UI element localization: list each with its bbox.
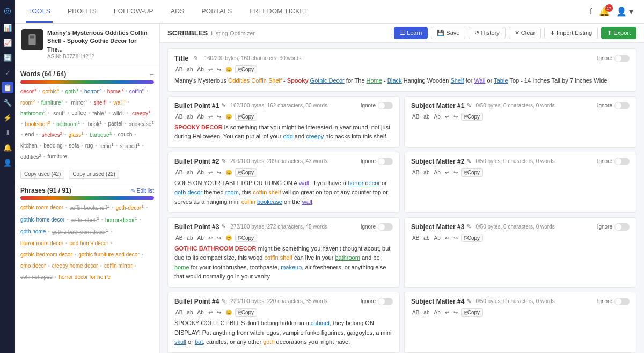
s3-undo[interactable]: ↩ [444, 234, 450, 241]
b3-undo[interactable]: ↩ [207, 234, 214, 241]
word-table[interactable]: table1 [92, 109, 106, 118]
clear-btn[interactable]: ✕ Clear [509, 27, 541, 39]
word-furniture[interactable]: furniture1 [41, 98, 63, 107]
subject-4-toggle[interactable] [614, 298, 630, 305]
sidebar-icon-dashboard[interactable]: 📊 [2, 21, 13, 33]
sidebar-icon-tools[interactable]: 🔧 [2, 97, 13, 108]
b1-ab[interactable]: AB [174, 113, 184, 120]
title-undo-btn[interactable]: ↩ [207, 66, 214, 73]
b2-bold[interactable]: Ab [196, 169, 204, 176]
subject-2-edit[interactable]: ✎ [466, 158, 471, 165]
phrase-gothic-home-decor[interactable]: gothic home decor [20, 215, 64, 225]
bullet-1-toggle[interactable] [378, 102, 393, 109]
word-decor[interactable]: decor8 [20, 87, 36, 96]
subject-3-toggle[interactable] [614, 223, 630, 231]
s2-ab2[interactable]: ab [422, 169, 430, 176]
word-shelves[interactable]: shelves2 [42, 130, 62, 139]
word-bookshelf[interactable]: bookshelf2 [25, 120, 50, 129]
s1-redo[interactable]: ↪ [452, 113, 459, 120]
sidebar-icon-user[interactable]: 👤 [2, 157, 13, 168]
phrase-goth-home[interactable]: goth home [20, 227, 46, 237]
b2-ab2[interactable]: ab [186, 169, 194, 176]
s3-ab[interactable]: AB [411, 234, 420, 241]
export-btn[interactable]: ⬆ Export [601, 27, 636, 39]
title-toggle-switch[interactable] [614, 55, 630, 62]
s1-undo[interactable]: ↩ [444, 113, 450, 120]
sidebar-icon-import[interactable]: ⬇ [2, 127, 13, 138]
save-btn[interactable]: 💾 Save [431, 27, 465, 39]
title-copy-btn[interactable]: ⎘Copy [235, 65, 257, 73]
b2-ab[interactable]: AB [174, 169, 184, 176]
tab-profits[interactable]: PROFITS [65, 1, 99, 23]
subject-4-text[interactable] [411, 319, 630, 335]
sidebar-icon-ads[interactable]: ⚡ [2, 112, 13, 123]
s3-redo[interactable]: ↪ [452, 234, 459, 241]
bullet-4-toggle[interactable] [378, 298, 393, 305]
word-oddities[interactable]: oddities2 [20, 152, 41, 161]
s1-copy-btn[interactable]: ⎘Copy [461, 113, 483, 121]
b4-redo[interactable]: ↪ [216, 309, 222, 316]
bullet-2-toggle[interactable] [378, 158, 393, 165]
s4-undo[interactable]: ↩ [444, 309, 450, 316]
b4-bold[interactable]: Ab [196, 309, 204, 316]
word-glass[interactable]: glass1 [69, 130, 84, 139]
s1-ab[interactable]: AB [411, 113, 420, 120]
b4-emoji[interactable]: 😊 [224, 309, 233, 316]
word-sofa[interactable]: sofa [69, 142, 79, 151]
b2-undo[interactable]: ↩ [207, 169, 214, 176]
word-coffee[interactable]: coffee [72, 109, 86, 118]
b1-undo[interactable]: ↩ [207, 113, 214, 120]
words-minimize[interactable]: − [150, 70, 154, 78]
bullet-3-edit[interactable]: ✎ [221, 223, 226, 230]
word-soul[interactable]: soul1 [53, 109, 65, 118]
s4-ab2[interactable]: ab [422, 309, 430, 316]
b3-ab[interactable]: AB [174, 234, 184, 241]
s4-redo[interactable]: ↪ [452, 309, 459, 316]
word-end[interactable]: end [25, 130, 34, 139]
word-furniture2[interactable]: furniture [47, 152, 67, 161]
history-btn[interactable]: ↺ History [469, 27, 505, 39]
import-btn[interactable]: ⬇ Import Listing [544, 27, 598, 39]
tab-portals[interactable]: PORTALS [199, 1, 234, 23]
title-bold-btn[interactable]: Ab [196, 66, 204, 73]
tab-tools[interactable]: TOOLS [26, 1, 53, 23]
word-creepy[interactable]: creepy1 [132, 109, 150, 118]
phrase-gothic-furniture-decor[interactable]: gothic furniture and decor [78, 250, 139, 260]
b3-ab2[interactable]: ab [186, 234, 194, 241]
b4-ab2[interactable]: ab [186, 309, 194, 316]
word-baroque[interactable]: baroque1 [90, 130, 112, 139]
s3-ab2[interactable]: ab [422, 234, 430, 241]
b1-bold[interactable]: Ab [196, 113, 204, 120]
word-couch[interactable]: couch [118, 130, 133, 139]
phrase-coffin-mirror[interactable]: coffin mirror [104, 261, 133, 271]
word-shaped[interactable]: shaped1 [120, 142, 140, 151]
b3-emoji[interactable]: 😊 [224, 234, 233, 241]
word-kitchen[interactable]: kitchen [20, 142, 38, 151]
s4-ab[interactable]: AB [411, 309, 420, 316]
b3-copy-btn[interactable]: ⎘Copy [235, 234, 257, 242]
phrase-gothic-room-decor[interactable]: gothic room decor [20, 203, 63, 213]
word-mirror[interactable]: mirror1 [71, 98, 87, 107]
b1-ab2[interactable]: ab [186, 113, 194, 120]
word-shelf[interactable]: shelf3 [94, 98, 108, 107]
bullet-1-edit[interactable]: ✎ [221, 102, 226, 109]
sidebar-icon-chart[interactable]: 📈 [2, 36, 13, 48]
learn-btn[interactable]: ☰ Learn [394, 27, 428, 39]
phrase-coffin-shelf[interactable]: coffin-shelf3 [71, 215, 99, 225]
s2-ab[interactable]: AB [411, 169, 420, 176]
s3-bold[interactable]: Ab [433, 234, 441, 241]
bullet-3-toggle[interactable] [378, 223, 393, 231]
b1-copy-btn[interactable]: ⎘Copy [235, 113, 257, 121]
title-emoji-btn[interactable]: 😊 [224, 66, 233, 73]
word-gothic[interactable]: gothic4 [42, 87, 59, 96]
phrase-coffin-bookshelf[interactable]: coffin-bookshelf1 [70, 203, 109, 213]
sidebar-icon-listing[interactable]: 📋 [2, 82, 13, 93]
b2-emoji[interactable]: 😊 [224, 169, 233, 176]
phrase-horror-decor-home[interactable]: horror decor for home [58, 273, 111, 282]
b3-redo[interactable]: ↪ [216, 234, 222, 241]
bullet-4-edit[interactable]: ✎ [221, 298, 226, 305]
title-edit-icon[interactable]: ✎ [192, 54, 199, 62]
subject-2-text[interactable] [411, 179, 630, 195]
b4-copy-btn[interactable]: ⎘Copy [235, 308, 257, 317]
copy-used-btn[interactable]: Copy used (42) [20, 170, 64, 179]
